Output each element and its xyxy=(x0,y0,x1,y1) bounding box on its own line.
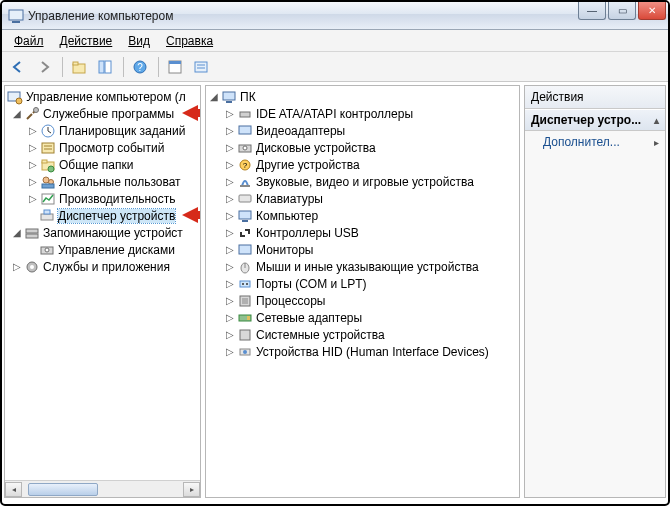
svg-rect-46 xyxy=(239,195,251,202)
device-category-icon xyxy=(237,140,253,156)
tree-performance[interactable]: ▷ Производительность xyxy=(5,190,200,207)
tree-local-users[interactable]: ▷ Локальные пользоват xyxy=(5,173,200,190)
expand-icon[interactable]: ▷ xyxy=(224,142,235,153)
expand-icon[interactable]: ▷ xyxy=(224,346,235,357)
svg-text:?: ? xyxy=(137,62,143,73)
expand-icon[interactable]: ▷ xyxy=(224,227,235,238)
expand-icon[interactable]: ▷ xyxy=(224,261,235,272)
expand-icon[interactable]: ▷ xyxy=(224,295,235,306)
menu-help[interactable]: Справка xyxy=(158,32,221,50)
back-button[interactable] xyxy=(6,55,30,79)
tree-shared-folders[interactable]: ▷ Общие папки xyxy=(5,156,200,173)
device-category-icon xyxy=(237,106,253,122)
tree-services-apps[interactable]: ▷ Службы и приложения xyxy=(5,258,200,275)
collapse-icon[interactable]: ◢ xyxy=(11,227,22,238)
expand-icon[interactable]: ▷ xyxy=(27,176,38,187)
menu-view[interactable]: Вид xyxy=(120,32,158,50)
tree-storage[interactable]: ◢ Запоминающие устройст xyxy=(5,224,200,241)
expand-icon[interactable]: ▷ xyxy=(224,329,235,340)
menu-action[interactable]: Действие xyxy=(52,32,121,50)
expand-icon[interactable]: ▷ xyxy=(11,261,22,272)
svg-rect-25 xyxy=(42,184,54,188)
device-category[interactable]: ▷ Контроллеры USB xyxy=(206,224,519,241)
tree-device-manager[interactable]: Диспетчер устройств xyxy=(5,207,200,224)
svg-point-14 xyxy=(16,98,22,104)
maximize-button[interactable]: ▭ xyxy=(608,2,636,20)
device-category[interactable]: ▷ Сетевые адаптеры xyxy=(206,309,519,326)
tree-disk-management[interactable]: Управление дисками xyxy=(5,241,200,258)
device-category[interactable]: ▷ Звуковые, видео и игровые устройства xyxy=(206,173,519,190)
show-hide-tree-button[interactable] xyxy=(93,55,117,79)
device-category[interactable]: ▷ ? Другие устройства xyxy=(206,156,519,173)
svg-point-22 xyxy=(48,166,54,172)
tree-system-tools[interactable]: ◢ Служебные программы xyxy=(5,105,200,122)
expand-icon[interactable]: ▷ xyxy=(224,108,235,119)
expand-icon[interactable]: ▷ xyxy=(27,142,38,153)
window-title: Управление компьютером xyxy=(28,9,664,23)
up-button[interactable] xyxy=(67,55,91,79)
minimize-button[interactable]: — xyxy=(578,2,606,20)
actions-more[interactable]: Дополнител... xyxy=(525,131,665,153)
disk-management-icon xyxy=(39,242,55,258)
svg-rect-38 xyxy=(226,101,232,103)
device-category[interactable]: ▷ Мониторы xyxy=(206,241,519,258)
expand-icon[interactable]: ▷ xyxy=(224,193,235,204)
tree-task-scheduler[interactable]: ▷ Планировщик заданий xyxy=(5,122,200,139)
scroll-thumb[interactable] xyxy=(28,483,98,496)
svg-rect-58 xyxy=(247,316,250,320)
collapse-icon[interactable]: ◢ xyxy=(208,91,219,102)
center-tree-pane: ◢ ПК ▷ IDE ATA/ATAPI контроллеры ▷ Видео… xyxy=(205,85,520,498)
actions-section[interactable]: Диспетчер устро... xyxy=(525,109,665,131)
details-button[interactable] xyxy=(189,55,213,79)
expand-icon[interactable]: ▷ xyxy=(224,278,235,289)
expand-icon[interactable]: ▷ xyxy=(224,125,235,136)
collapse-icon[interactable]: ◢ xyxy=(11,108,22,119)
scroll-track[interactable] xyxy=(22,482,183,497)
device-category[interactable]: ▷ Клавиатуры xyxy=(206,190,519,207)
device-category-icon xyxy=(237,225,253,241)
toolbar: ? xyxy=(2,52,668,82)
device-category[interactable]: ▷ Порты (COM и LPT) xyxy=(206,275,519,292)
svg-point-61 xyxy=(243,350,247,354)
properties-button[interactable] xyxy=(163,55,187,79)
device-category[interactable]: ▷ Системные устройства xyxy=(206,326,519,343)
device-category[interactable]: ▷ Дисковые устройства xyxy=(206,139,519,156)
svg-rect-0 xyxy=(9,10,23,20)
tree-root[interactable]: Управление компьютером (л xyxy=(5,88,200,105)
expand-icon[interactable]: ▷ xyxy=(224,159,235,170)
expand-icon[interactable]: ▷ xyxy=(224,244,235,255)
device-root[interactable]: ◢ ПК xyxy=(206,88,519,105)
expand-icon[interactable]: ▷ xyxy=(27,125,38,136)
svg-rect-1 xyxy=(12,21,20,23)
device-category[interactable]: ▷ Мыши и иные указывающие устройства xyxy=(206,258,519,275)
expand-icon[interactable]: ▷ xyxy=(27,159,38,170)
device-category[interactable]: ▷ Устройства HID (Human Interface Device… xyxy=(206,343,519,360)
left-hscrollbar[interactable]: ◂ ▸ xyxy=(5,480,200,497)
clock-icon xyxy=(40,123,56,139)
tree-event-viewer[interactable]: ▷ Просмотр событий xyxy=(5,139,200,156)
svg-point-15 xyxy=(34,107,39,112)
device-category[interactable]: ▷ Компьютер xyxy=(206,207,519,224)
device-category-icon xyxy=(237,259,253,275)
menu-file[interactable]: Файл xyxy=(6,32,52,50)
expand-icon[interactable]: ▷ xyxy=(224,312,235,323)
scroll-right-button[interactable]: ▸ xyxy=(183,482,200,497)
device-category[interactable]: ▷ IDE ATA/ATAPI контроллеры xyxy=(206,105,519,122)
expand-icon[interactable]: ▷ xyxy=(27,193,38,204)
forward-button[interactable] xyxy=(32,55,56,79)
close-button[interactable]: ✕ xyxy=(638,2,666,20)
expand-icon[interactable]: ▷ xyxy=(224,210,235,221)
expand-icon[interactable]: ▷ xyxy=(224,176,235,187)
scroll-left-button[interactable]: ◂ xyxy=(5,482,22,497)
svg-point-34 xyxy=(30,265,34,269)
console-tree[interactable]: Управление компьютером (л ◢ Служебные пр… xyxy=(5,86,200,480)
device-category-icon xyxy=(237,123,253,139)
device-category[interactable]: ▷ Процессоры xyxy=(206,292,519,309)
svg-point-42 xyxy=(243,146,247,150)
app-icon xyxy=(8,8,24,24)
help-button[interactable]: ? xyxy=(128,55,152,79)
device-category-icon: ? xyxy=(237,157,253,173)
svg-rect-52 xyxy=(240,281,250,287)
device-category[interactable]: ▷ Видеоадаптеры xyxy=(206,122,519,139)
device-tree[interactable]: ◢ ПК ▷ IDE ATA/ATAPI контроллеры ▷ Видео… xyxy=(206,86,519,497)
